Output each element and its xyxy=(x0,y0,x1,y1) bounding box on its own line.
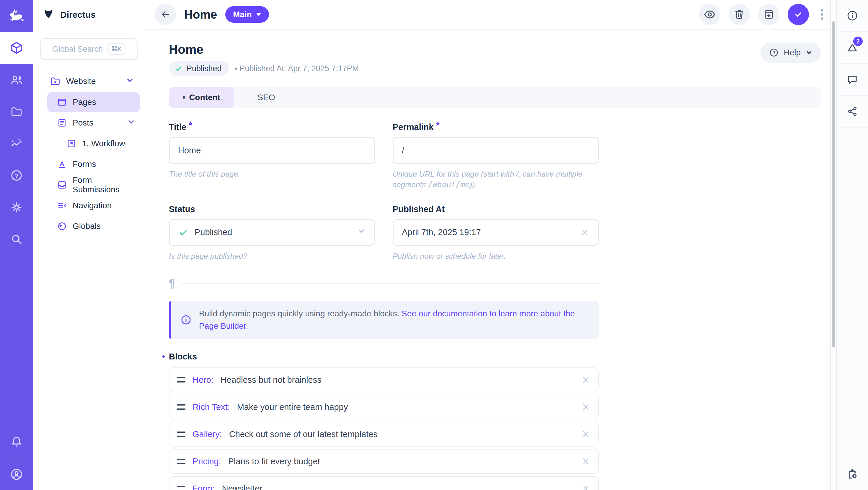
module-search[interactable] xyxy=(0,223,33,255)
remove-icon[interactable] xyxy=(581,457,590,466)
permalink-note: Unique URL for this page (start with /, … xyxy=(393,169,599,190)
save-button[interactable] xyxy=(788,4,809,25)
notifications-button[interactable] xyxy=(0,426,33,458)
sidebar-section-website[interactable]: Website xyxy=(38,71,140,92)
block-title: Check out some of our latest templates xyxy=(229,429,378,439)
block-type-label: Form: xyxy=(192,484,215,490)
block-title: Plans to fit every budget xyxy=(228,457,320,466)
edited-dot xyxy=(162,355,165,358)
sidebar-item-form-submissions[interactable]: Form Submissions xyxy=(47,175,140,195)
blocks-field-label: Blocks xyxy=(169,352,599,362)
block-row-pricing[interactable]: Pricing: Plans to fit every budget xyxy=(169,449,599,474)
title-a-icon: A xyxy=(57,159,67,170)
drag-handle-icon[interactable] xyxy=(177,377,185,382)
menu-open-icon xyxy=(57,200,67,211)
check-icon xyxy=(178,227,189,238)
delete-button[interactable] xyxy=(728,4,750,25)
chevron-down-icon xyxy=(357,227,366,238)
field-label: Published At xyxy=(393,204,599,214)
main-scrollbar[interactable] xyxy=(830,0,836,490)
shares-panel-button[interactable] xyxy=(837,96,868,128)
folder-star-icon xyxy=(50,75,61,87)
remove-icon[interactable] xyxy=(581,484,590,490)
sidebar-item-posts[interactable]: Posts xyxy=(47,113,140,133)
status-badge: Published xyxy=(169,61,229,76)
page-title: Home xyxy=(184,8,217,21)
title-input[interactable]: Home xyxy=(169,137,375,164)
archive-button[interactable] xyxy=(758,4,779,25)
revisions-panel-button[interactable]: 2 xyxy=(837,32,868,64)
more-options-button[interactable] xyxy=(817,6,827,23)
module-files[interactable] xyxy=(0,96,33,128)
drag-handle-icon[interactable] xyxy=(177,486,185,490)
block-row-rich-text[interactable]: Rich Text: Make your entire team happy xyxy=(169,395,599,420)
project-switcher[interactable]: Directus xyxy=(33,0,145,30)
app-root: ? xyxy=(0,0,868,490)
sidebar-item-navigation[interactable]: Navigation xyxy=(47,195,140,216)
block-row-form[interactable]: Form: Newsletter xyxy=(169,476,599,490)
info-panel-button[interactable] xyxy=(837,0,868,32)
user-menu-button[interactable] xyxy=(0,458,33,490)
sidebar-section-label: Website xyxy=(66,76,120,86)
page-builder-banner: Build dynamic pages quickly using ready-… xyxy=(169,301,599,339)
flow-logs-button[interactable] xyxy=(837,458,868,490)
block-title: Make your entire team happy xyxy=(237,402,348,412)
comments-panel-button[interactable] xyxy=(837,64,868,96)
permalink-value: / xyxy=(402,146,590,155)
published-at-note: Publish now or schedule for later. xyxy=(393,251,599,262)
directus-logo[interactable] xyxy=(0,0,33,32)
svg-text:A: A xyxy=(60,160,64,167)
version-selector[interactable]: Main xyxy=(225,6,269,23)
block-title: Newsletter xyxy=(222,484,262,490)
published-at-input[interactable]: April 7th, 2025 19:17 xyxy=(393,219,599,246)
tab-label: SEO xyxy=(257,93,275,102)
status-select[interactable]: Published xyxy=(169,219,375,246)
global-search-input[interactable]: Global Search ⌘K xyxy=(40,38,137,60)
module-insights[interactable] xyxy=(0,128,33,159)
sidebar-item-workflow[interactable]: 1. Workflow xyxy=(47,133,140,154)
check-icon xyxy=(174,64,182,73)
users-icon xyxy=(10,73,23,87)
permalink-input[interactable]: / xyxy=(393,137,599,164)
sidebar-item-globals[interactable]: Globals xyxy=(47,216,140,236)
tab-content[interactable]: • Content xyxy=(169,87,234,108)
globe-icon xyxy=(57,221,67,232)
sidebar-item-forms[interactable]: A Forms xyxy=(47,154,140,174)
blocks-list: Hero: Headless but not brainless Rich Te… xyxy=(169,367,599,490)
module-content[interactable] xyxy=(0,32,33,64)
comment-icon xyxy=(846,73,858,85)
module-bar-spacer xyxy=(0,255,33,426)
sidebar-item-label: Form Submissions xyxy=(73,176,135,194)
field-label: Permalink xyxy=(393,122,599,132)
scrollbar-thumb[interactable] xyxy=(832,21,835,347)
drag-handle-icon[interactable] xyxy=(177,404,185,410)
divider-line xyxy=(181,283,599,284)
search-placeholder: Global Search xyxy=(52,44,103,54)
field-title: Title Home The title of this page. xyxy=(169,122,375,190)
remove-icon[interactable] xyxy=(581,402,590,412)
info-icon xyxy=(180,314,192,326)
remove-icon[interactable] xyxy=(581,375,590,385)
module-users[interactable] xyxy=(0,64,33,96)
drag-handle-icon[interactable] xyxy=(177,459,185,464)
chevron-down-icon xyxy=(127,118,135,128)
sidebar-item-pages[interactable]: Pages xyxy=(47,92,140,112)
block-row-gallery[interactable]: Gallery: Check out some of our latest te… xyxy=(169,422,599,447)
preview-button[interactable] xyxy=(699,4,720,25)
drag-handle-icon[interactable] xyxy=(177,431,185,437)
help-button[interactable]: ? Help xyxy=(761,42,821,63)
check-icon xyxy=(793,8,804,20)
required-star-icon xyxy=(435,121,440,132)
clear-icon[interactable] xyxy=(580,228,590,237)
module-help[interactable]: ? xyxy=(0,159,33,191)
arrow-left-icon xyxy=(159,8,171,20)
tab-seo[interactable]: SEO xyxy=(234,87,299,108)
remove-icon[interactable] xyxy=(581,429,590,439)
pages-icon xyxy=(57,97,67,108)
module-settings[interactable] xyxy=(0,191,33,223)
block-row-hero[interactable]: Hero: Headless but not brainless xyxy=(169,367,599,392)
status-row: Published • Published At: Apr 7, 2025 7:… xyxy=(169,61,359,76)
back-button[interactable] xyxy=(155,4,176,25)
gear-icon xyxy=(10,201,23,214)
trash-icon xyxy=(733,8,745,20)
